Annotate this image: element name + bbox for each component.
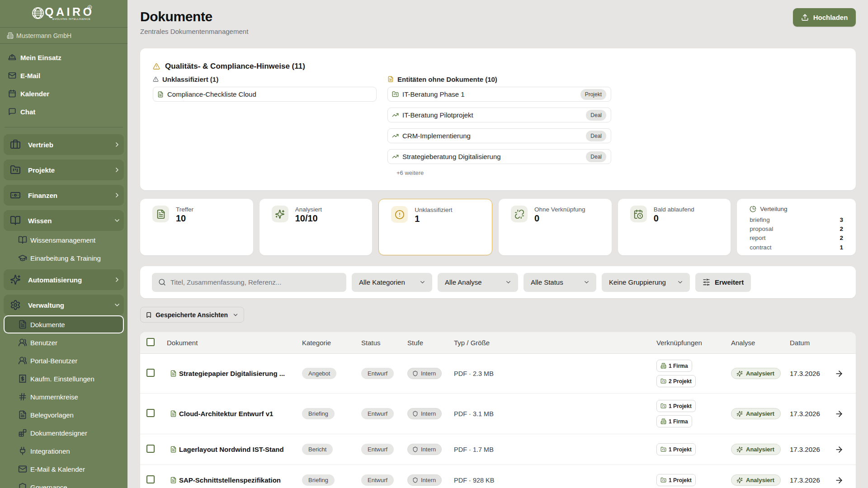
- svg-text:R: R: [89, 6, 91, 9]
- svg-text:QAIRO: QAIRO: [45, 5, 92, 18]
- svg-text:EVOLVING INTELLIGENCE: EVOLVING INTELLIGENCE: [52, 18, 90, 20]
